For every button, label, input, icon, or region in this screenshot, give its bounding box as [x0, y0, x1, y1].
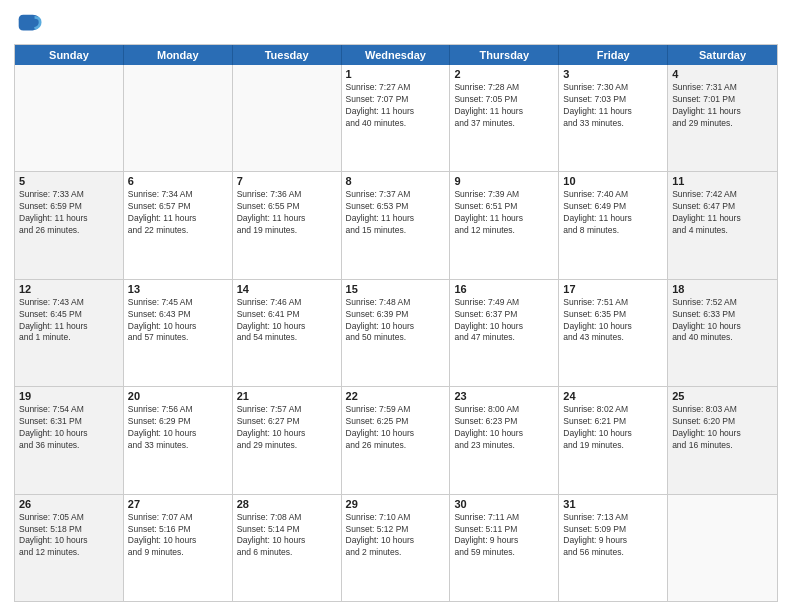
- calendar-body: 1Sunrise: 7:27 AM Sunset: 7:07 PM Daylig…: [15, 65, 777, 601]
- day-number: 16: [454, 283, 554, 295]
- cell-info: Sunrise: 7:30 AM Sunset: 7:03 PM Dayligh…: [563, 82, 663, 130]
- day-of-week-friday: Friday: [559, 45, 668, 65]
- cell-info: Sunrise: 7:08 AM Sunset: 5:14 PM Dayligh…: [237, 512, 337, 560]
- calendar-cell-1: 1Sunrise: 7:27 AM Sunset: 7:07 PM Daylig…: [342, 65, 451, 171]
- day-number: 4: [672, 68, 773, 80]
- calendar-cell-empty: [233, 65, 342, 171]
- day-number: 28: [237, 498, 337, 510]
- cell-info: Sunrise: 7:52 AM Sunset: 6:33 PM Dayligh…: [672, 297, 773, 345]
- calendar-cell-25: 25Sunrise: 8:03 AM Sunset: 6:20 PM Dayli…: [668, 387, 777, 493]
- calendar-cell-18: 18Sunrise: 7:52 AM Sunset: 6:33 PM Dayli…: [668, 280, 777, 386]
- calendar-cell-28: 28Sunrise: 7:08 AM Sunset: 5:14 PM Dayli…: [233, 495, 342, 601]
- calendar-row-2: 5Sunrise: 7:33 AM Sunset: 6:59 PM Daylig…: [15, 171, 777, 278]
- calendar-cell-19: 19Sunrise: 7:54 AM Sunset: 6:31 PM Dayli…: [15, 387, 124, 493]
- day-of-week-sunday: Sunday: [15, 45, 124, 65]
- calendar-cell-27: 27Sunrise: 7:07 AM Sunset: 5:16 PM Dayli…: [124, 495, 233, 601]
- calendar-cell-10: 10Sunrise: 7:40 AM Sunset: 6:49 PM Dayli…: [559, 172, 668, 278]
- calendar-cell-5: 5Sunrise: 7:33 AM Sunset: 6:59 PM Daylig…: [15, 172, 124, 278]
- cell-info: Sunrise: 7:57 AM Sunset: 6:27 PM Dayligh…: [237, 404, 337, 452]
- cell-info: Sunrise: 7:34 AM Sunset: 6:57 PM Dayligh…: [128, 189, 228, 237]
- day-number: 12: [19, 283, 119, 295]
- day-number: 29: [346, 498, 446, 510]
- day-number: 13: [128, 283, 228, 295]
- day-number: 11: [672, 175, 773, 187]
- day-number: 22: [346, 390, 446, 402]
- calendar-cell-6: 6Sunrise: 7:34 AM Sunset: 6:57 PM Daylig…: [124, 172, 233, 278]
- day-number: 30: [454, 498, 554, 510]
- calendar-row-3: 12Sunrise: 7:43 AM Sunset: 6:45 PM Dayli…: [15, 279, 777, 386]
- cell-info: Sunrise: 7:46 AM Sunset: 6:41 PM Dayligh…: [237, 297, 337, 345]
- cell-info: Sunrise: 7:10 AM Sunset: 5:12 PM Dayligh…: [346, 512, 446, 560]
- calendar-cell-16: 16Sunrise: 7:49 AM Sunset: 6:37 PM Dayli…: [450, 280, 559, 386]
- day-number: 9: [454, 175, 554, 187]
- cell-info: Sunrise: 7:43 AM Sunset: 6:45 PM Dayligh…: [19, 297, 119, 345]
- day-of-week-saturday: Saturday: [668, 45, 777, 65]
- calendar-cell-empty: [124, 65, 233, 171]
- calendar-row-1: 1Sunrise: 7:27 AM Sunset: 7:07 PM Daylig…: [15, 65, 777, 171]
- cell-info: Sunrise: 8:03 AM Sunset: 6:20 PM Dayligh…: [672, 404, 773, 452]
- day-number: 25: [672, 390, 773, 402]
- calendar-cell-3: 3Sunrise: 7:30 AM Sunset: 7:03 PM Daylig…: [559, 65, 668, 171]
- cell-info: Sunrise: 7:11 AM Sunset: 5:11 PM Dayligh…: [454, 512, 554, 560]
- day-number: 31: [563, 498, 663, 510]
- calendar-header: SundayMondayTuesdayWednesdayThursdayFrid…: [15, 45, 777, 65]
- logo-icon: [14, 10, 42, 38]
- cell-info: Sunrise: 7:42 AM Sunset: 6:47 PM Dayligh…: [672, 189, 773, 237]
- day-of-week-wednesday: Wednesday: [342, 45, 451, 65]
- calendar-cell-21: 21Sunrise: 7:57 AM Sunset: 6:27 PM Dayli…: [233, 387, 342, 493]
- calendar-cell-26: 26Sunrise: 7:05 AM Sunset: 5:18 PM Dayli…: [15, 495, 124, 601]
- day-number: 7: [237, 175, 337, 187]
- cell-info: Sunrise: 7:13 AM Sunset: 5:09 PM Dayligh…: [563, 512, 663, 560]
- cell-info: Sunrise: 7:40 AM Sunset: 6:49 PM Dayligh…: [563, 189, 663, 237]
- day-of-week-tuesday: Tuesday: [233, 45, 342, 65]
- day-number: 23: [454, 390, 554, 402]
- day-number: 5: [19, 175, 119, 187]
- cell-info: Sunrise: 7:54 AM Sunset: 6:31 PM Dayligh…: [19, 404, 119, 452]
- calendar-cell-11: 11Sunrise: 7:42 AM Sunset: 6:47 PM Dayli…: [668, 172, 777, 278]
- cell-info: Sunrise: 7:31 AM Sunset: 7:01 PM Dayligh…: [672, 82, 773, 130]
- cell-info: Sunrise: 7:07 AM Sunset: 5:16 PM Dayligh…: [128, 512, 228, 560]
- cell-info: Sunrise: 7:48 AM Sunset: 6:39 PM Dayligh…: [346, 297, 446, 345]
- calendar-cell-7: 7Sunrise: 7:36 AM Sunset: 6:55 PM Daylig…: [233, 172, 342, 278]
- cell-info: Sunrise: 7:45 AM Sunset: 6:43 PM Dayligh…: [128, 297, 228, 345]
- day-number: 17: [563, 283, 663, 295]
- calendar-cell-20: 20Sunrise: 7:56 AM Sunset: 6:29 PM Dayli…: [124, 387, 233, 493]
- calendar-cell-30: 30Sunrise: 7:11 AM Sunset: 5:11 PM Dayli…: [450, 495, 559, 601]
- calendar-cell-17: 17Sunrise: 7:51 AM Sunset: 6:35 PM Dayli…: [559, 280, 668, 386]
- cell-info: Sunrise: 7:05 AM Sunset: 5:18 PM Dayligh…: [19, 512, 119, 560]
- cell-info: Sunrise: 7:37 AM Sunset: 6:53 PM Dayligh…: [346, 189, 446, 237]
- calendar-cell-12: 12Sunrise: 7:43 AM Sunset: 6:45 PM Dayli…: [15, 280, 124, 386]
- day-number: 18: [672, 283, 773, 295]
- calendar-cell-15: 15Sunrise: 7:48 AM Sunset: 6:39 PM Dayli…: [342, 280, 451, 386]
- day-number: 27: [128, 498, 228, 510]
- day-number: 21: [237, 390, 337, 402]
- calendar-cell-empty: [15, 65, 124, 171]
- cell-info: Sunrise: 7:36 AM Sunset: 6:55 PM Dayligh…: [237, 189, 337, 237]
- calendar-cell-31: 31Sunrise: 7:13 AM Sunset: 5:09 PM Dayli…: [559, 495, 668, 601]
- cell-info: Sunrise: 8:02 AM Sunset: 6:21 PM Dayligh…: [563, 404, 663, 452]
- day-number: 26: [19, 498, 119, 510]
- day-number: 15: [346, 283, 446, 295]
- calendar-cell-22: 22Sunrise: 7:59 AM Sunset: 6:25 PM Dayli…: [342, 387, 451, 493]
- calendar-cell-14: 14Sunrise: 7:46 AM Sunset: 6:41 PM Dayli…: [233, 280, 342, 386]
- calendar-row-5: 26Sunrise: 7:05 AM Sunset: 5:18 PM Dayli…: [15, 494, 777, 601]
- header: [14, 10, 778, 38]
- calendar: SundayMondayTuesdayWednesdayThursdayFrid…: [14, 44, 778, 602]
- logo: [14, 10, 46, 38]
- day-number: 14: [237, 283, 337, 295]
- calendar-row-4: 19Sunrise: 7:54 AM Sunset: 6:31 PM Dayli…: [15, 386, 777, 493]
- calendar-cell-2: 2Sunrise: 7:28 AM Sunset: 7:05 PM Daylig…: [450, 65, 559, 171]
- day-number: 1: [346, 68, 446, 80]
- day-of-week-monday: Monday: [124, 45, 233, 65]
- cell-info: Sunrise: 7:51 AM Sunset: 6:35 PM Dayligh…: [563, 297, 663, 345]
- calendar-cell-24: 24Sunrise: 8:02 AM Sunset: 6:21 PM Dayli…: [559, 387, 668, 493]
- cell-info: Sunrise: 7:28 AM Sunset: 7:05 PM Dayligh…: [454, 82, 554, 130]
- cell-info: Sunrise: 7:56 AM Sunset: 6:29 PM Dayligh…: [128, 404, 228, 452]
- cell-info: Sunrise: 7:59 AM Sunset: 6:25 PM Dayligh…: [346, 404, 446, 452]
- day-number: 2: [454, 68, 554, 80]
- cell-info: Sunrise: 7:39 AM Sunset: 6:51 PM Dayligh…: [454, 189, 554, 237]
- calendar-cell-9: 9Sunrise: 7:39 AM Sunset: 6:51 PM Daylig…: [450, 172, 559, 278]
- calendar-cell-8: 8Sunrise: 7:37 AM Sunset: 6:53 PM Daylig…: [342, 172, 451, 278]
- calendar-cell-29: 29Sunrise: 7:10 AM Sunset: 5:12 PM Dayli…: [342, 495, 451, 601]
- cell-info: Sunrise: 8:00 AM Sunset: 6:23 PM Dayligh…: [454, 404, 554, 452]
